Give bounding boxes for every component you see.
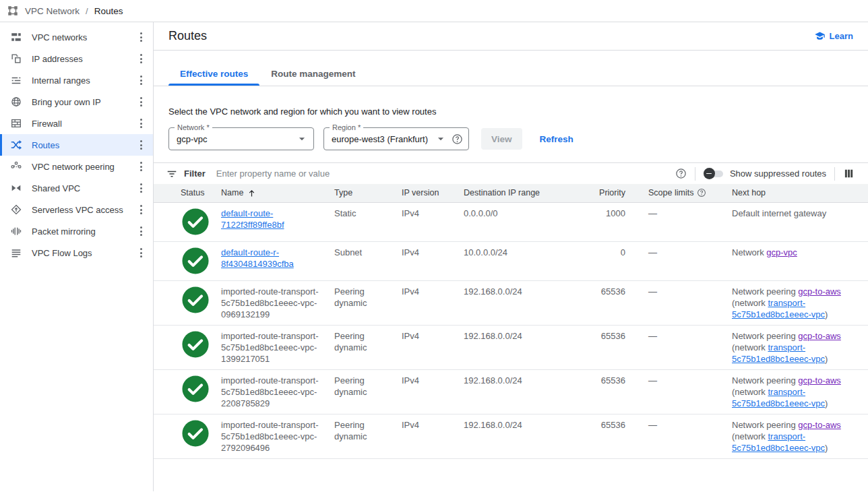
next-hop-text: Network peering <box>732 331 798 341</box>
route-ip-version: IPv4 <box>402 369 464 414</box>
refresh-button[interactable]: Refresh <box>540 134 574 144</box>
item-menu-button[interactable] <box>135 115 147 131</box>
network-select-label: Network * <box>175 123 212 131</box>
item-menu-button[interactable] <box>135 72 147 88</box>
region-select-value: europe-west3 (Frankfurt) <box>332 134 428 144</box>
next-hop-text: Default internet gateway <box>732 208 826 218</box>
column-header-status[interactable]: Status <box>154 184 221 202</box>
show-suppressed-routes-toggle[interactable] <box>704 168 724 179</box>
show-suppressed-routes-label: Show suppressed routes <box>730 168 826 179</box>
view-button[interactable]: View <box>481 128 522 150</box>
column-header-ip-version[interactable]: IP version <box>402 184 464 202</box>
next-hop-link[interactable]: gcp-to-aws <box>798 375 841 386</box>
breadcrumb-product[interactable]: VPC Network <box>25 6 80 16</box>
network-region-selector: Select the VPC network and region for wh… <box>154 86 868 150</box>
route-scope-limits: — <box>627 202 732 241</box>
region-select[interactable]: Region * europe-west3 (Frankfurt) <box>323 127 469 150</box>
tab-route-management[interactable]: Route management <box>259 61 367 86</box>
sidebar-item-ip-addresses[interactable]: IP addresses <box>0 48 153 69</box>
route-next-hop: Network peering gcp-to-aws (network tran… <box>732 369 868 414</box>
status-ok-icon <box>181 419 210 448</box>
next-hop-link[interactable]: gcp-to-aws <box>798 286 841 297</box>
table-row: default-route-7122f3ff89ffe8bf Static IP… <box>154 202 868 241</box>
sidebar-item-firewall[interactable]: Firewall <box>0 113 153 134</box>
next-hop-link[interactable]: gcp-to-aws <box>798 420 841 430</box>
filter-help-icon[interactable] <box>675 168 687 179</box>
column-display-options-icon[interactable] <box>843 168 855 179</box>
page-title: Routes <box>168 29 207 43</box>
sidebar-item-bring-your-own-ip[interactable]: Bring your own IP <box>0 91 153 113</box>
item-menu-button[interactable] <box>135 223 147 239</box>
route-name[interactable]: default-route-r-8f4304814939cfba <box>221 247 294 269</box>
column-header-name[interactable]: Name <box>221 184 334 202</box>
vertical-dots-icon <box>140 54 142 63</box>
route-type: Static <box>334 202 402 241</box>
route-scope-limits: — <box>627 280 732 325</box>
sidebar-item-internal-ranges[interactable]: Internal ranges <box>0 69 153 91</box>
sidebar-item-shared-vpc[interactable]: Shared VPC <box>0 177 153 199</box>
network-select[interactable]: Network * gcp-vpc <box>168 127 314 150</box>
filter-input[interactable] <box>215 168 675 179</box>
firewall-icon <box>10 117 22 129</box>
vertical-dots-icon <box>140 75 142 85</box>
sidebar-item-vpc-networks[interactable]: VPC networks <box>0 26 153 48</box>
route-type: Peering dynamic <box>334 280 402 325</box>
route-priority: 1000 <box>581 202 627 241</box>
column-header-destination-ip-range[interactable]: Destination IP range <box>464 184 581 202</box>
next-hop-text: (network <box>732 342 768 352</box>
status-ok-icon <box>181 246 210 276</box>
item-menu-button[interactable] <box>135 51 147 67</box>
sidebar-item-label: VPC Flow Logs <box>32 248 125 258</box>
sidebar-item-label: VPC networks <box>32 32 125 42</box>
ip-addresses-icon <box>10 53 22 65</box>
route-name: imported-route-transport-5c75b1ed8bc1eee… <box>221 331 319 364</box>
route-name[interactable]: default-route-7122f3ff89ffe8bf <box>221 208 284 230</box>
column-header-type[interactable]: Type <box>334 184 402 202</box>
next-hop-link[interactable]: gcp-vpc <box>766 247 797 257</box>
column-header-priority[interactable]: Priority <box>581 184 627 202</box>
route-destination-ip-range: 192.168.0.0/24 <box>464 414 581 458</box>
route-type: Peering dynamic <box>334 325 402 369</box>
sidebar-item-serverless-vpc-access[interactable]: Serverless VPC access <box>0 199 153 220</box>
column-header-next-hop[interactable]: Next hop <box>732 184 868 202</box>
vertical-dots-icon <box>140 183 142 193</box>
sidebar-item-label: Routes <box>32 140 125 150</box>
route-next-hop: Network peering gcp-to-aws (network tran… <box>732 280 868 325</box>
region-help-icon[interactable] <box>452 133 463 145</box>
route-priority: 65536 <box>581 280 627 325</box>
status-ok-icon <box>181 374 210 404</box>
next-hop-text: Network peering <box>732 420 798 430</box>
sidebar-item-vpc-network-peering[interactable]: VPC network peering <box>0 156 153 177</box>
packet-mirroring-icon <box>10 225 22 237</box>
route-destination-ip-range: 0.0.0.0/0 <box>464 202 581 241</box>
item-menu-button[interactable] <box>135 94 147 110</box>
scope-limits-help-icon[interactable] <box>697 188 706 197</box>
next-hop-text: Network peering <box>732 375 798 386</box>
item-menu-button[interactable] <box>135 29 147 45</box>
column-header-scope-limits[interactable]: Scope limits <box>627 184 732 202</box>
route-priority: 65536 <box>581 325 627 369</box>
filter-icon <box>166 168 178 180</box>
learn-link[interactable]: Learn <box>814 30 853 42</box>
sidebar-item-label: Internal ranges <box>32 75 125 86</box>
item-menu-button[interactable] <box>135 245 147 261</box>
region-select-label: Region * <box>330 123 363 131</box>
item-menu-button[interactable] <box>135 202 147 218</box>
next-hop-link[interactable]: gcp-to-aws <box>798 331 841 341</box>
serverless-vpc-access-icon <box>10 204 22 216</box>
table-header-row: Status Name Type IP version Destination … <box>154 184 868 202</box>
sidebar-item-label: Shared VPC <box>32 183 125 193</box>
sidebar-item-vpc-flow-logs[interactable]: VPC Flow Logs <box>0 242 153 264</box>
vpc-flow-logs-icon <box>10 247 22 259</box>
item-menu-button[interactable] <box>135 180 147 196</box>
item-menu-button[interactable] <box>135 137 147 153</box>
item-menu-button[interactable] <box>135 158 147 175</box>
tab-effective-routes[interactable]: Effective routes <box>168 61 259 86</box>
chevron-down-icon <box>435 133 447 145</box>
sidebar-item-routes[interactable]: Routes <box>0 134 153 156</box>
next-hop-text: Network peering <box>732 286 798 297</box>
route-next-hop: Default internet gateway <box>732 202 868 241</box>
table-row: imported-route-transport-5c75b1ed8bc1eee… <box>154 280 868 325</box>
vertical-dots-icon <box>140 248 142 257</box>
sidebar-item-packet-mirroring[interactable]: Packet mirroring <box>0 220 153 242</box>
